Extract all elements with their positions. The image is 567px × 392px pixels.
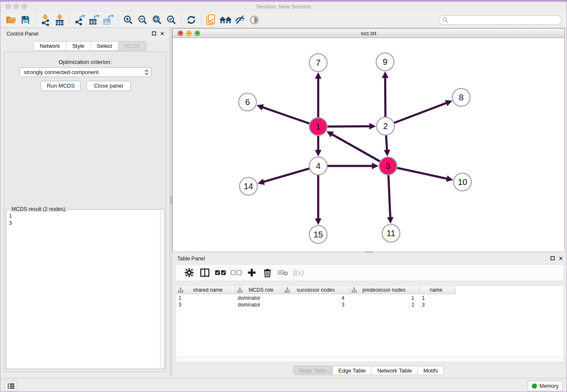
edge-2-8[interactable]: [385, 102, 450, 126]
cell-name[interactable]: 3: [419, 301, 456, 309]
search-input[interactable]: [449, 16, 561, 25]
float-table-panel-icon[interactable]: [550, 256, 555, 260]
column-header-successor-nodes[interactable]: successor nodes: [283, 286, 350, 294]
node-8[interactable]: 8: [452, 88, 470, 106]
cell-shared-name[interactable]: 3: [176, 301, 235, 309]
export-image-icon[interactable]: [101, 13, 116, 27]
table-settings-gear-icon[interactable]: [181, 265, 197, 280]
tab-node-table[interactable]: Node Table: [294, 366, 333, 375]
delete-column-trash-icon[interactable]: [259, 265, 275, 280]
edge-1-6[interactable]: [259, 106, 318, 127]
select-stepper-icon: [144, 69, 149, 76]
task-history-button[interactable]: [5, 381, 17, 391]
edge-3-1[interactable]: [328, 133, 388, 166]
node-1[interactable]: 1: [309, 118, 327, 135]
cell-predecessor-nodes[interactable]: 1: [350, 295, 419, 302]
node-6[interactable]: 6: [239, 93, 256, 111]
tab-select[interactable]: Select: [91, 41, 118, 50]
column-layout-icon[interactable]: [197, 265, 212, 280]
mcds-result-text[interactable]: 13: [7, 210, 160, 368]
cell-mcds-role[interactable]: dominator: [235, 301, 283, 309]
import-table-icon[interactable]: [52, 13, 67, 27]
control-panel-tabs: Network Style Select MCDS: [33, 41, 147, 51]
cell-successor-nodes[interactable]: 4: [283, 295, 350, 302]
run-mcds-button[interactable]: Run MCDS: [41, 81, 81, 91]
table-panel-tabs: Node Table Edge Table Network Table Moti…: [293, 366, 444, 375]
toolbar-separator: [35, 14, 36, 26]
node-10[interactable]: 10: [454, 173, 471, 191]
zoom-fit-icon[interactable]: [150, 13, 164, 27]
toolbar-separator: [181, 14, 182, 26]
hide-selected-eye-slash-icon[interactable]: [233, 13, 247, 27]
table-row[interactable]: 3 dominator 3 2 3: [176, 301, 564, 309]
column-header-name[interactable]: name: [419, 286, 456, 294]
column-header-mcds-role[interactable]: MCDS role: [235, 286, 283, 294]
select-all-columns-icon[interactable]: [212, 265, 228, 280]
toolbar-separator: [118, 14, 118, 26]
optimization-criterion-label: Optimization criterion:: [4, 59, 166, 65]
node-9[interactable]: 9: [376, 53, 394, 71]
function-builder-icon[interactable]: f(x): [291, 265, 306, 280]
show-all-eye-icon[interactable]: [247, 13, 261, 27]
close-panel-button[interactable]: Close panel: [86, 81, 131, 91]
table-row[interactable]: 1 dominator 4 1 1: [176, 295, 564, 302]
table-horizontal-scrollbar[interactable]: [176, 357, 564, 362]
edge-3-10[interactable]: [388, 166, 451, 179]
refresh-layout-icon[interactable]: [184, 13, 198, 27]
node-15[interactable]: 15: [309, 226, 327, 243]
search-icon: [442, 17, 449, 23]
column-header-predecessor-nodes[interactable]: predecessor nodes: [350, 286, 419, 294]
deselect-all-columns-icon[interactable]: [228, 265, 244, 280]
tab-network[interactable]: Network: [34, 41, 66, 50]
float-panel-icon[interactable]: [152, 31, 156, 36]
create-column-plus-icon[interactable]: [244, 265, 259, 280]
cell-shared-name[interactable]: 1: [176, 295, 235, 302]
zoom-out-icon[interactable]: [135, 13, 150, 27]
result-scrollbar[interactable]: [160, 210, 164, 368]
cell-mcds-role[interactable]: dominator: [235, 295, 283, 302]
node-11[interactable]: 11: [382, 224, 400, 242]
zoom-in-icon[interactable]: [121, 13, 135, 27]
network-canvas[interactable]: 7968124314101511: [173, 38, 564, 251]
vertical-splitter-grip[interactable]: [170, 196, 172, 204]
hierarchy-icon: [352, 287, 357, 293]
node-table: shared name MCDS role successor nodes pr…: [176, 285, 564, 362]
node-label: 8: [459, 93, 463, 102]
node-3[interactable]: 3: [379, 157, 397, 175]
tab-mcds[interactable]: MCDS: [118, 41, 146, 50]
delete-table-icon[interactable]: [275, 265, 291, 280]
save-session-icon[interactable]: [18, 13, 33, 27]
clone-network-icon[interactable]: [204, 13, 218, 27]
cell-name[interactable]: 1: [419, 295, 456, 302]
horizontal-splitter-grip[interactable]: [365, 251, 373, 253]
table-header-row: shared name MCDS role successor nodes pr…: [176, 286, 456, 294]
node-label: 2: [383, 121, 388, 131]
node-4[interactable]: 4: [309, 157, 327, 175]
column-header-shared-name[interactable]: shared name: [176, 286, 235, 294]
import-network-icon[interactable]: [38, 13, 52, 27]
tab-network-table[interactable]: Network Table: [372, 366, 418, 375]
criterion-select[interactable]: strongly connected component: [19, 67, 151, 77]
close-panel-icon[interactable]: ✕: [160, 30, 165, 37]
cell-predecessor-nodes[interactable]: 2: [350, 301, 419, 309]
tab-motifs[interactable]: Motifs: [418, 366, 444, 375]
node-label: 9: [383, 57, 387, 66]
home-icon[interactable]: [218, 13, 233, 27]
open-session-icon[interactable]: [4, 13, 18, 27]
search-field[interactable]: [439, 15, 561, 25]
close-table-panel-icon[interactable]: ✕: [559, 255, 563, 262]
control-panel-title: Control Panel: [6, 31, 39, 37]
hierarchy-icon: [285, 287, 290, 293]
node-2[interactable]: 2: [377, 117, 394, 135]
tab-style[interactable]: Style: [66, 41, 91, 50]
tab-edge-table[interactable]: Edge Table: [333, 366, 372, 375]
zoom-selected-icon[interactable]: [164, 13, 179, 27]
cell-successor-nodes[interactable]: 3: [283, 301, 350, 309]
node-7[interactable]: 7: [309, 54, 327, 72]
node-14[interactable]: 14: [239, 177, 257, 195]
memory-button[interactable]: Memory: [528, 381, 563, 391]
node-label: 3: [385, 161, 390, 171]
export-network-icon[interactable]: [72, 13, 87, 27]
network-window-titlebar[interactable]: × − + scc.txt: [173, 29, 564, 38]
export-table-icon[interactable]: [87, 13, 101, 27]
